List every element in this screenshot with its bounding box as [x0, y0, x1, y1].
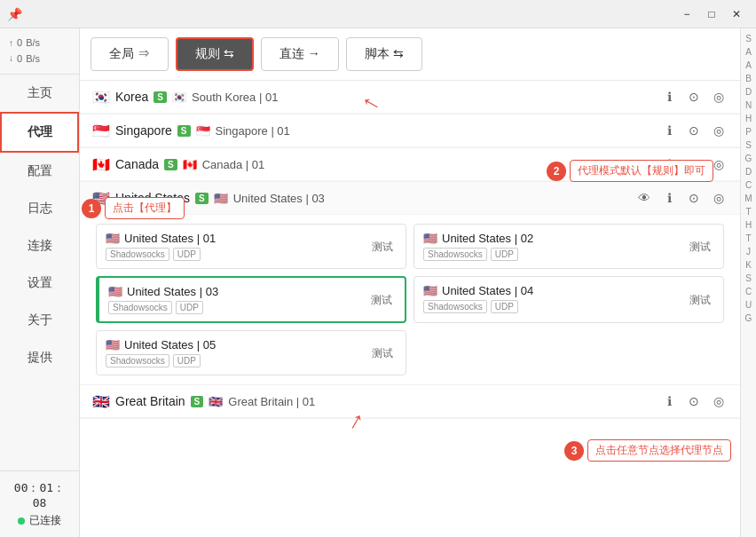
alpha-letter-m[interactable]: M	[744, 192, 752, 205]
alpha-letter-s[interactable]: S	[745, 272, 752, 285]
eye-off-icon[interactable]: ◎	[710, 122, 728, 139]
us04-test-button[interactable]: 测试	[684, 290, 716, 309]
alpha-letter-g[interactable]: G	[745, 312, 752, 325]
alpha-letter-k[interactable]: K	[745, 258, 752, 272]
pin-icon[interactable]: 📌	[7, 7, 22, 21]
alpha-letter-h[interactable]: H	[745, 218, 752, 232]
server-actions: ℹ ⊙ ◎	[660, 392, 728, 410]
alpha-letter-j[interactable]: J	[746, 245, 751, 258]
sub-label: Singapore | 01	[216, 124, 290, 138]
alpha-letter-d[interactable]: D	[745, 165, 752, 178]
us02-test-button[interactable]: 测试	[684, 237, 716, 256]
sub-flag: 🇰🇷	[172, 91, 186, 104]
alpha-letter-a[interactable]: A	[745, 45, 752, 59]
server-actions: ℹ ⊙ ◎	[660, 122, 728, 139]
node-card-us05[interactable]: 🇺🇸 United States | 05 Shadowsocks UDP 测试	[96, 330, 406, 375]
minimize-button[interactable]: −	[674, 4, 699, 24]
server-group-korea: 🇰🇷 Korea S 🇰🇷 South Korea | 01 ℹ ⊙ ◎	[80, 81, 740, 115]
rules-mode-button[interactable]: 规则 ⇆	[176, 37, 254, 71]
info-icon[interactable]: ℹ	[660, 155, 678, 173]
us05-test-button[interactable]: 测试	[366, 344, 398, 362]
list-item[interactable]: 🇺🇸 United States S 🇺🇸 United States | 03…	[80, 182, 740, 215]
us03-type: Shadowsocks	[108, 301, 172, 314]
alpha-letter-d[interactable]: D	[745, 85, 752, 99]
sidebar-item-connect[interactable]: 连接	[0, 227, 79, 265]
server-name: Canada	[115, 157, 159, 171]
us01-flag: 🇺🇸	[106, 232, 120, 245]
wifi-icon[interactable]: ⊙	[685, 122, 703, 139]
maximize-button[interactable]: □	[699, 4, 724, 24]
close-button[interactable]: ✕	[724, 4, 749, 24]
wifi-icon[interactable]: ⊙	[685, 392, 703, 410]
info-icon[interactable]: ℹ	[660, 189, 678, 207]
alpha-letter-s[interactable]: S	[745, 138, 752, 152]
eye-off-icon[interactable]: ◎	[710, 189, 728, 207]
sidebar-item-log[interactable]: 日志	[0, 190, 79, 227]
sidebar-item-about[interactable]: 关于	[0, 302, 79, 339]
toolbar: 全局 ⇒ 规则 ⇆ 直连 → 脚本 ⇆	[80, 28, 740, 81]
connected-label: 已连接	[29, 513, 61, 528]
alpha-letter-b[interactable]: B	[745, 72, 752, 85]
sidebar-item-config[interactable]: 配置	[0, 153, 79, 190]
sub-label: Great Britain | 01	[228, 395, 315, 408]
us05-type: Shadowsocks	[106, 354, 169, 367]
alpha-letter-a[interactable]: A	[745, 59, 752, 72]
info-icon[interactable]: ℹ	[660, 122, 678, 139]
sidebar-item-proxy[interactable]: 代理	[0, 112, 79, 153]
alpha-letter-g[interactable]: G	[745, 152, 752, 165]
wifi-icon[interactable]: ⊙	[685, 88, 703, 106]
alpha-letter-s[interactable]: S	[745, 32, 752, 45]
info-icon[interactable]: ℹ	[660, 392, 678, 410]
upload-unit: B/s	[26, 36, 40, 51]
alpha-letter-c[interactable]: C	[745, 285, 752, 298]
us-nodes-grid: 🇺🇸 United States | 01 Shadowsocks UDP 测试	[80, 215, 740, 384]
server-name: Great Britain	[115, 394, 185, 408]
us03-flag: 🇺🇸	[108, 285, 122, 298]
sidebar-item-provide[interactable]: 提供	[0, 339, 79, 376]
eye-off-icon[interactable]: ◎	[710, 392, 728, 410]
us05-name: United States | 05	[124, 338, 216, 351]
sidebar-item-home[interactable]: 主页	[0, 75, 79, 112]
sub-flag: 🇨🇦	[183, 158, 197, 171]
sidebar-item-settings[interactable]: 设置	[0, 265, 79, 302]
node-card-us02[interactable]: 🇺🇸 United States | 02 Shadowsocks UDP 测试	[413, 224, 724, 269]
eye-icon[interactable]: 👁	[635, 189, 653, 207]
eye-off-icon[interactable]: ◎	[710, 155, 728, 173]
list-item[interactable]: 🇸🇬 Singapore S 🇸🇬 Singapore | 01 ℹ ⊙ ◎	[80, 115, 740, 147]
node-card-us04[interactable]: 🇺🇸 United States | 04 Shadowsocks UDP 测试	[413, 276, 724, 323]
gb-flag: 🇬🇧	[92, 393, 110, 410]
stats-panel: ↑ 0 B/s ↓ 0 B/s	[0, 28, 79, 75]
eye-off-icon[interactable]: ◎	[710, 88, 728, 106]
us01-test-button[interactable]: 测试	[366, 237, 398, 256]
alpha-letter-n[interactable]: N	[745, 99, 752, 112]
us04-name: United States | 04	[442, 284, 533, 297]
us02-name: United States | 02	[442, 232, 533, 245]
us03-test-button[interactable]: 测试	[366, 290, 398, 309]
alpha-letter-t[interactable]: T	[745, 232, 751, 245]
info-icon[interactable]: ℹ	[660, 88, 678, 106]
us05-udp: UDP	[173, 354, 201, 367]
server-name: United States	[115, 191, 190, 205]
sidebar-bottom: 00：01：08 已连接	[0, 470, 79, 537]
global-mode-button[interactable]: 全局 ⇒	[91, 37, 169, 71]
list-item[interactable]: 🇨🇦 Canada S 🇨🇦 Canada | 01 ℹ ⊙ ◎	[80, 148, 740, 181]
node-card-us01[interactable]: 🇺🇸 United States | 01 Shadowsocks UDP 测试	[96, 224, 406, 269]
badge-s: S	[191, 396, 204, 407]
alpha-letter-h[interactable]: H	[745, 112, 752, 125]
node-card-us03[interactable]: 🇺🇸 United States | 03 Shadowsocks UDP 测试	[96, 276, 406, 323]
server-actions: ℹ ⊙ ◎	[660, 88, 728, 106]
alpha-letter-t[interactable]: T	[745, 205, 751, 218]
direct-mode-button[interactable]: 直连 →	[261, 37, 339, 71]
us01-type: Shadowsocks	[106, 248, 169, 261]
script-mode-button[interactable]: 脚本 ⇆	[346, 37, 422, 71]
alpha-letter-p[interactable]: P	[745, 125, 752, 138]
list-item[interactable]: 🇰🇷 Korea S 🇰🇷 South Korea | 01 ℹ ⊙ ◎	[80, 81, 740, 114]
list-item[interactable]: 🇬🇧 Great Britain S 🇬🇧 Great Britain | 01…	[80, 385, 740, 418]
wifi-icon[interactable]: ⊙	[685, 189, 703, 207]
server-group-us: 🇺🇸 United States S 🇺🇸 United States | 03…	[80, 182, 740, 385]
server-name: Korea	[115, 90, 148, 104]
alpha-letter-u[interactable]: U	[745, 298, 752, 312]
us05-flag: 🇺🇸	[106, 338, 120, 351]
alpha-letter-c[interactable]: C	[745, 178, 752, 192]
wifi-icon[interactable]: ⊙	[685, 155, 703, 173]
